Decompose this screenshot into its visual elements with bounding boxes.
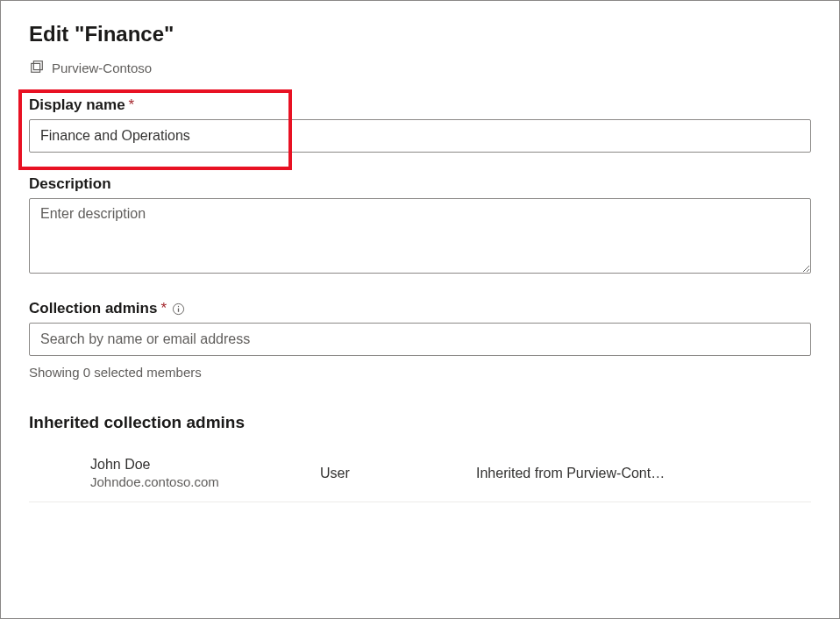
admin-inherited-from: Inherited from Purview-Cont… (476, 466, 811, 481)
display-name-label: Display name * (29, 96, 811, 114)
selected-members-count: Showing 0 selected members (29, 365, 811, 380)
collection-admins-search-input[interactable] (29, 323, 811, 356)
required-asterisk: * (160, 300, 167, 317)
inherited-admins-heading: Inherited collection admins (29, 413, 811, 432)
collection-icon (29, 59, 45, 77)
display-name-field-group: Display name * (29, 96, 811, 153)
description-label: Description (29, 175, 811, 193)
svg-rect-0 (32, 63, 40, 72)
collection-admins-label-text: Collection admins (29, 300, 157, 317)
page-title: Edit "Finance" (29, 22, 811, 46)
collection-admins-field-group: Collection admins * Showing 0 selected m… (29, 300, 811, 380)
collection-admins-label: Collection admins * (29, 300, 811, 317)
admin-name: John Doe (90, 457, 320, 473)
description-textarea[interactable] (29, 198, 811, 274)
info-icon[interactable] (172, 302, 185, 316)
description-field-group: Description (29, 175, 811, 277)
breadcrumb-parent: Purview-Contoso (52, 60, 152, 75)
display-name-input[interactable] (29, 119, 811, 153)
admin-type: User (320, 466, 476, 481)
svg-point-4 (178, 305, 179, 306)
display-name-label-text: Display name (29, 96, 125, 114)
admin-email: Johndoe.contoso.com (90, 474, 320, 489)
breadcrumb: Purview-Contoso (29, 59, 811, 77)
inherited-admin-row: John Doe Johndoe.contoso.com User Inheri… (29, 448, 811, 502)
svg-rect-1 (33, 61, 42, 70)
description-label-text: Description (29, 175, 111, 193)
required-asterisk: * (129, 96, 135, 114)
